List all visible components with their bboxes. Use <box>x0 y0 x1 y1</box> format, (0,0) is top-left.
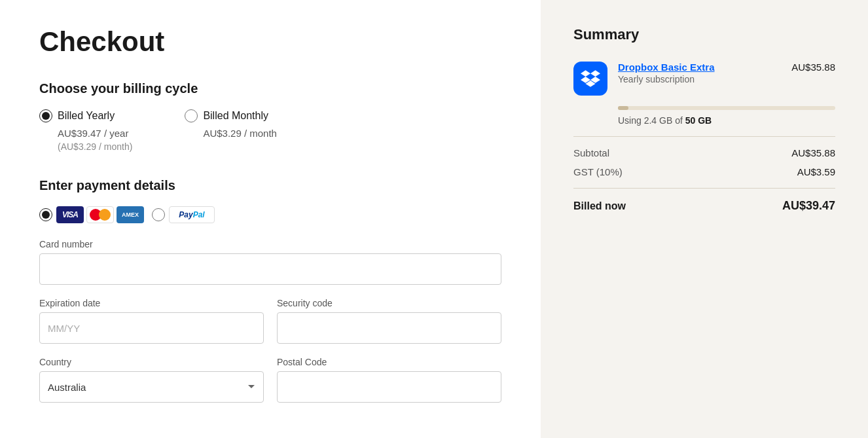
billing-yearly-price-main: AU$39.47 / year <box>58 128 132 139</box>
divider-1 <box>573 136 835 137</box>
storage-total: 50 GB <box>685 115 712 126</box>
billing-option-yearly-header: Billed Yearly <box>39 109 132 122</box>
postal-label: Postal Code <box>277 357 501 367</box>
billing-yearly-radio[interactable] <box>39 109 52 122</box>
storage-bar-fill <box>618 106 628 110</box>
expiration-label: Expiration date <box>39 298 264 308</box>
billing-monthly-radio[interactable] <box>185 109 198 122</box>
billed-now-label: Billed now <box>573 200 626 212</box>
storage-used: 2.4 GB <box>644 115 673 126</box>
security-label: Security code <box>277 298 501 308</box>
country-select[interactable]: Australia New Zealand United States Unit… <box>39 371 264 403</box>
card-radio[interactable] <box>39 208 52 221</box>
product-info: Dropbox Basic Extra Yearly subscription <box>618 62 781 84</box>
amex-icon: AMEX <box>117 206 144 223</box>
postal-group: Postal Code <box>277 357 501 403</box>
gst-value: AU$3.59 <box>797 166 835 177</box>
storage-bar <box>618 106 835 110</box>
billing-monthly-price-main: AU$3.29 / month <box>203 128 277 139</box>
expiration-group: Expiration date <box>39 298 264 344</box>
gst-label: GST (10%) <box>573 166 623 177</box>
visa-icon: VISA <box>56 206 84 223</box>
subtotal-line: Subtotal AU$35.88 <box>573 147 835 158</box>
left-panel: Checkout Choose your billing cycle Bille… <box>0 0 541 438</box>
billing-option-monthly-header: Billed Monthly <box>185 109 277 122</box>
billing-yearly-label: Billed Yearly <box>58 110 115 122</box>
country-label: Country <box>39 357 264 367</box>
paypal-icon: PayPal <box>169 206 215 223</box>
subtotal-value: AU$35.88 <box>791 147 835 158</box>
card-number-input[interactable] <box>39 253 501 285</box>
billing-yearly-price-sub: (AU$3.29 / month) <box>58 141 132 152</box>
storage-text: Using 2.4 GB of 50 GB <box>618 115 835 126</box>
card-icons: VISA AMEX <box>56 206 144 223</box>
summary-title: Summary <box>573 26 835 43</box>
paypal-payment-radio-group: PayPal <box>152 206 215 223</box>
payment-section-title: Enter payment details <box>39 178 501 193</box>
security-input[interactable] <box>277 312 501 344</box>
right-panel: Summary Dropbox Basic Extra Yearly subsc… <box>541 0 868 438</box>
divider-2 <box>573 188 835 189</box>
billing-option-monthly: Billed Monthly AU$3.29 / month <box>185 109 277 152</box>
page-title: Checkout <box>39 26 501 58</box>
card-number-label: Card number <box>39 239 501 249</box>
card-payment-radio-group: VISA AMEX <box>39 206 144 223</box>
expiry-security-row: Expiration date Security code <box>39 298 501 357</box>
gst-line: GST (10%) AU$3.59 <box>573 166 835 177</box>
billing-section: Choose your billing cycle Billed Yearly … <box>39 81 501 152</box>
mastercard-icon <box>86 206 114 223</box>
product-row: Dropbox Basic Extra Yearly subscription … <box>573 62 835 96</box>
billing-option-yearly: Billed Yearly AU$39.47 / year (AU$3.29 /… <box>39 109 132 152</box>
subtotal-label: Subtotal <box>573 147 609 158</box>
product-name[interactable]: Dropbox Basic Extra <box>618 62 781 73</box>
product-subscription: Yearly subscription <box>618 74 781 84</box>
dropbox-logo-svg <box>581 70 600 87</box>
country-postal-row: Country Australia New Zealand United Sta… <box>39 357 501 416</box>
billing-section-title: Choose your billing cycle <box>39 81 501 96</box>
dropbox-icon <box>573 62 607 96</box>
country-group: Country Australia New Zealand United Sta… <box>39 357 264 403</box>
billing-monthly-label: Billed Monthly <box>203 110 268 122</box>
payment-section: Enter payment details VISA AMEX PayPal <box>39 178 501 416</box>
billing-options: Billed Yearly AU$39.47 / year (AU$3.29 /… <box>39 109 501 152</box>
storage-bar-container: Using 2.4 GB of 50 GB <box>618 106 835 126</box>
expiration-input[interactable] <box>39 312 264 344</box>
security-group: Security code <box>277 298 501 344</box>
billed-now-value: AU$39.47 <box>782 199 835 213</box>
paypal-radio[interactable] <box>152 208 165 221</box>
product-price: AU$35.88 <box>791 62 835 73</box>
postal-input[interactable] <box>277 371 501 403</box>
billed-now-row: Billed now AU$39.47 <box>573 199 835 213</box>
payment-methods: VISA AMEX PayPal <box>39 206 501 223</box>
card-number-group: Card number <box>39 239 501 285</box>
